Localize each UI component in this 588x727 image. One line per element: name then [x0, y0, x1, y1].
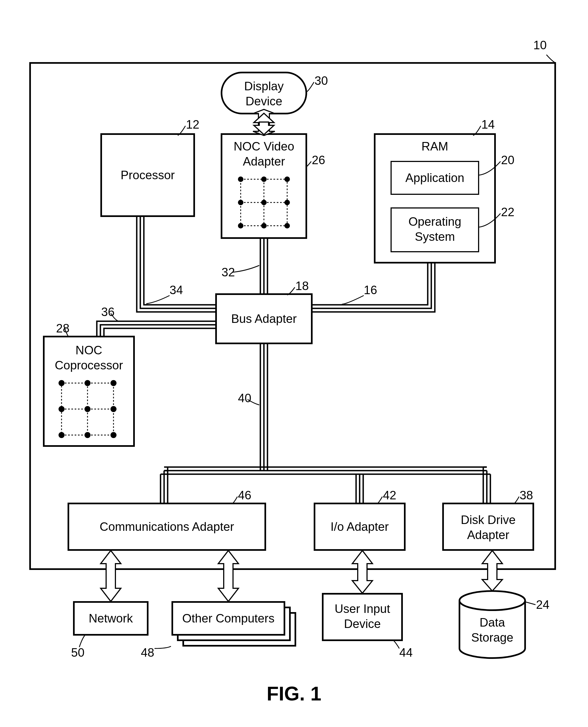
ref-storage: 24	[536, 598, 549, 611]
svg-text:Storage: Storage	[471, 631, 513, 644]
ref-ram: 14	[481, 118, 495, 131]
svg-text:Disk Drive: Disk Drive	[461, 513, 516, 526]
ref-application: 20	[501, 153, 514, 167]
data-storage: Data Storage	[460, 591, 525, 658]
other-computers: Other Computers	[172, 602, 295, 646]
ref-other: 48	[141, 646, 154, 659]
svg-text:Device: Device	[246, 95, 282, 108]
svg-point-15	[261, 200, 267, 205]
svg-text:User Input: User Input	[335, 602, 390, 615]
svg-point-35	[110, 380, 117, 386]
svg-text:Application: Application	[405, 171, 464, 184]
svg-point-36	[59, 406, 65, 412]
ref-disk: 38	[520, 488, 533, 502]
network-block: Network	[74, 602, 148, 635]
svg-point-58	[460, 591, 525, 610]
ref-io: 42	[383, 488, 396, 502]
ref-bus-adapter: 18	[295, 279, 309, 292]
svg-point-17	[238, 223, 244, 228]
svg-text:Bus Adapter: Bus Adapter	[231, 312, 297, 325]
display-device: Display Device	[222, 73, 306, 114]
svg-text:NOC Video: NOC Video	[234, 140, 294, 153]
figure-caption: FIG. 1	[267, 683, 321, 705]
svg-text:I/o Adapter: I/o Adapter	[331, 520, 389, 533]
svg-point-40	[84, 432, 90, 438]
ref-bus-34: 34	[170, 283, 183, 297]
ref-os: 22	[501, 205, 514, 219]
ref-uid: 44	[399, 646, 413, 659]
svg-text:NOC: NOC	[76, 343, 102, 357]
svg-point-34	[84, 380, 90, 386]
lead-enclosure	[546, 55, 556, 63]
svg-point-37	[84, 406, 90, 412]
ref-noc-video: 26	[312, 153, 325, 167]
ref-display: 30	[315, 74, 328, 87]
ref-enclosure: 10	[533, 38, 547, 52]
svg-point-13	[285, 177, 290, 182]
svg-point-39	[59, 432, 65, 438]
svg-point-41	[110, 432, 117, 438]
svg-text:RAM: RAM	[421, 140, 448, 153]
svg-point-18	[261, 223, 267, 228]
svg-text:Adapter: Adapter	[243, 155, 285, 168]
svg-text:Display: Display	[244, 79, 284, 93]
svg-point-19	[285, 223, 290, 228]
svg-text:Data: Data	[480, 615, 505, 629]
noc-video-adapter: NOC Video Adapter	[222, 134, 306, 238]
ref-comms: 46	[238, 488, 251, 502]
noc-coprocessor: NOC Coprocessor	[44, 337, 134, 446]
svg-text:System: System	[415, 230, 455, 243]
svg-text:Communications Adapter: Communications Adapter	[100, 520, 234, 533]
processor-block: Processor	[101, 134, 194, 216]
ref-processor: 12	[186, 118, 200, 131]
svg-text:Processor: Processor	[121, 168, 175, 182]
bus-adapter: Bus Adapter	[216, 294, 312, 343]
user-input-device: User Input Device	[323, 594, 402, 640]
communications-adapter: Communications Adapter	[68, 503, 265, 550]
svg-point-11	[238, 177, 244, 182]
svg-point-14	[238, 200, 244, 205]
ref-bus-40: 40	[238, 391, 251, 405]
system-diagram: 10 Display Device 30 Processor 12 NOC Vi…	[0, 0, 588, 727]
svg-point-12	[261, 177, 267, 182]
svg-text:Coprocessor: Coprocessor	[55, 359, 123, 372]
ref-bus-16: 16	[364, 283, 377, 297]
svg-text:Other Computers: Other Computers	[182, 611, 274, 625]
svg-point-16	[285, 200, 290, 205]
svg-point-33	[59, 380, 65, 386]
ref-network: 50	[71, 646, 84, 659]
svg-text:Adapter: Adapter	[467, 528, 509, 542]
svg-text:Device: Device	[344, 617, 381, 630]
svg-text:Network: Network	[89, 611, 133, 625]
svg-point-38	[110, 406, 117, 412]
io-adapter: I/o Adapter	[315, 503, 405, 550]
ref-noc-co: 28	[56, 322, 69, 335]
disk-drive-adapter: Disk Drive Adapter	[443, 503, 533, 550]
svg-rect-46	[443, 503, 533, 550]
svg-text:Operating: Operating	[408, 215, 461, 228]
ram-block: RAM Application Operating System	[375, 134, 495, 263]
